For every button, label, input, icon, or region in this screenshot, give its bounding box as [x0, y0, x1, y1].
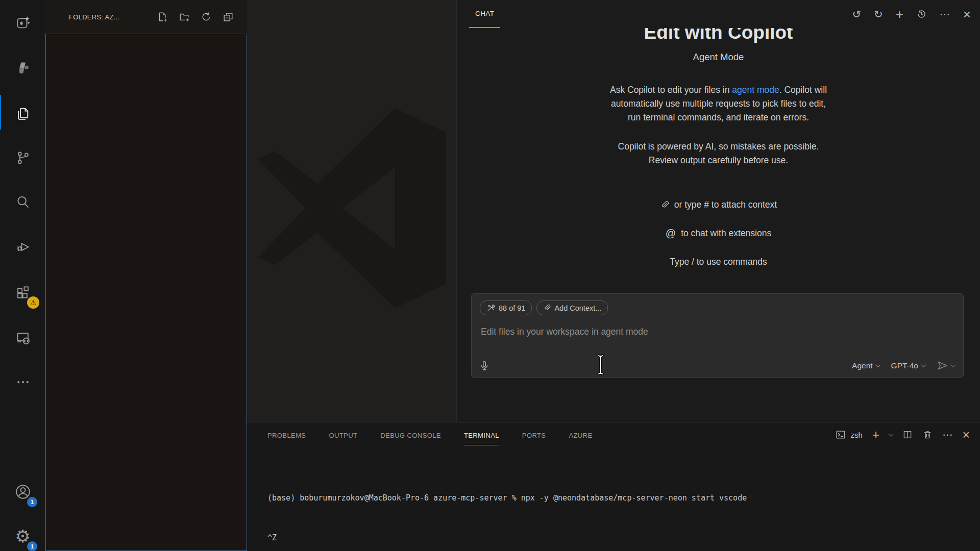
more-actions-icon[interactable]: ⋯	[940, 9, 950, 19]
activity-run-debug-button[interactable]	[0, 234, 45, 260]
terminal-output[interactable]: (base) boburumurzokov@MacBook-Pro-6 azur…	[267, 465, 975, 551]
sidebar-actions	[157, 0, 234, 34]
bottom-panel: PROBLEMS OUTPUT DEBUG CONSOLE TERMINAL P…	[247, 422, 980, 551]
history-icon[interactable]	[916, 9, 927, 19]
at-icon: @	[666, 228, 676, 239]
collapse-folders-icon[interactable]	[223, 11, 234, 22]
chat-caution-paragraph: Copilot is powered by AI, so mistakes ar…	[457, 140, 980, 167]
tab-problems[interactable]: PROBLEMS	[267, 424, 306, 445]
chat-input-controls: Agent GPT-4o	[852, 360, 955, 371]
activity-source-control-button[interactable]	[0, 144, 45, 171]
tools-count-label: 88 of 91	[499, 304, 525, 312]
tab-azure[interactable]: AZURE	[569, 424, 592, 445]
terminal-line: ^Z	[267, 531, 975, 544]
mode-picker[interactable]: Agent	[852, 361, 880, 370]
close-icon[interactable]: ×	[963, 8, 971, 21]
activity-more-button[interactable]	[0, 369, 45, 395]
agent-mode-link[interactable]: agent mode	[732, 85, 779, 95]
hint-text: to chat with extensions	[681, 228, 771, 239]
activity-explorer-button[interactable]	[0, 100, 45, 127]
explorer-sidebar: FOLDERS: AZ...	[45, 0, 247, 551]
activity-bar: ⚠	[0, 0, 45, 551]
intro-text: Ask Copilot to edit your files in	[610, 85, 732, 95]
chevron-down-icon	[951, 362, 956, 367]
chat-welcome-subtitle: Agent Mode	[457, 52, 980, 63]
chevron-down-icon[interactable]	[889, 432, 894, 437]
panel-actions: zsh + ⋯ ×	[835, 422, 970, 447]
debug-icon	[15, 239, 31, 255]
new-terminal-icon[interactable]: +	[872, 429, 880, 441]
redo-icon[interactable]: ↻	[874, 9, 883, 19]
activity-remote-explorer-button[interactable]	[0, 324, 45, 351]
search-icon	[15, 194, 31, 210]
tab-output[interactable]: OUTPUT	[329, 424, 357, 445]
mode-label: Agent	[852, 361, 873, 370]
accounts-count-badge: 1	[27, 497, 37, 507]
chevron-down-icon	[921, 362, 926, 367]
activity-search-button[interactable]	[0, 189, 45, 215]
tab-ports[interactable]: PORTS	[522, 424, 546, 445]
editor-area[interactable]	[247, 0, 456, 422]
tab-debug-console[interactable]: DEBUG CONSOLE	[380, 424, 441, 445]
new-folder-icon[interactable]	[179, 11, 190, 22]
intro-text: run terminal commands, and iterate on er…	[628, 112, 809, 122]
caution-text: Copilot is powered by AI, so mistakes ar…	[618, 141, 819, 152]
git-branch-icon	[15, 150, 31, 165]
hint-text: or type # to attach context	[674, 199, 777, 210]
shell-name-label: zsh	[850, 431, 862, 439]
more-actions-icon[interactable]: ⋯	[942, 430, 952, 440]
chat-header-actions: ↺ ↻ + ⋯ ×	[852, 0, 971, 28]
ellipsis-icon	[15, 374, 31, 390]
chat-panel: CHAT ↺ ↻ + ⋯ × Edit with Copilot Agent M…	[456, 0, 980, 422]
caution-text: Review output carefully before use.	[649, 155, 788, 165]
tab-chat[interactable]: CHAT	[469, 0, 500, 28]
activity-extensions-button[interactable]: ⚠	[0, 279, 45, 306]
sidebar-title: FOLDERS: AZ...	[69, 13, 120, 21]
undo-icon[interactable]: ↺	[852, 9, 861, 19]
hint-text: Type / to use commands	[670, 257, 767, 267]
hint-slash-commands: Type / to use commands	[457, 255, 980, 269]
settings-button[interactable]: ⚙ 1	[0, 523, 45, 549]
settings-count-badge: 1	[27, 541, 37, 551]
chat-welcome-title: Edit with Copilot	[457, 28, 980, 43]
chat-hints: or type # to attach context @ to chat wi…	[457, 198, 980, 269]
chevron-down-icon	[875, 362, 880, 367]
chat-intro-paragraph: Ask Copilot to edit your files in agent …	[457, 83, 980, 124]
terminal-line: (base) boburumurzokov@MacBook-Pro-6 azur…	[267, 491, 975, 505]
accounts-button[interactable]: 1	[0, 479, 45, 505]
folder-tree-area[interactable]	[45, 34, 247, 551]
send-button[interactable]	[937, 360, 955, 371]
extensions-warning-badge: ⚠	[27, 296, 39, 309]
extension-logo-icon	[15, 60, 31, 76]
activity-copilot-button[interactable]	[0, 10, 45, 36]
add-context-label: Add Context...	[554, 304, 601, 312]
tab-terminal[interactable]: TERMINAL	[464, 424, 499, 445]
new-chat-icon[interactable]: +	[896, 8, 903, 21]
new-file-icon[interactable]	[157, 11, 168, 22]
terminal-icon	[835, 429, 846, 440]
paperclip-icon	[543, 304, 551, 312]
microphone-icon[interactable]	[479, 360, 490, 371]
hint-chat-extensions: @ to chat with extensions	[457, 227, 980, 240]
remote-explorer-icon	[15, 330, 31, 345]
paperclip-icon	[660, 201, 669, 210]
chat-header: CHAT ↺ ↻ + ⋯ ×	[457, 0, 980, 28]
tools-count-button[interactable]: 88 of 91	[480, 300, 532, 315]
activity-extension-logo-button[interactable]	[0, 55, 45, 81]
hint-attach-context: or type # to attach context	[457, 198, 980, 212]
refresh-icon[interactable]	[201, 11, 212, 22]
chat-input-placeholder[interactable]: Edit files in your workspace in agent mo…	[481, 327, 648, 337]
panel-tabs: PROBLEMS OUTPUT DEBUG CONSOLE TERMINAL P…	[267, 422, 592, 447]
add-context-button[interactable]: Add Context...	[536, 300, 608, 315]
vscode-window: ⚠	[0, 0, 980, 551]
model-picker[interactable]: GPT-4o	[891, 361, 925, 370]
terminal-shell-chip[interactable]: zsh	[835, 429, 862, 440]
split-terminal-icon[interactable]	[902, 430, 913, 440]
chat-input-box[interactable]: 88 of 91 Add Context... Edit files in yo…	[471, 293, 964, 378]
close-panel-icon[interactable]: ×	[962, 429, 970, 441]
tools-icon	[486, 304, 495, 312]
chat-input-toolbar: 88 of 91 Add Context...	[480, 300, 608, 315]
files-icon	[15, 106, 31, 121]
intro-text: . Copilot will	[779, 85, 827, 95]
trash-icon[interactable]	[922, 430, 933, 440]
